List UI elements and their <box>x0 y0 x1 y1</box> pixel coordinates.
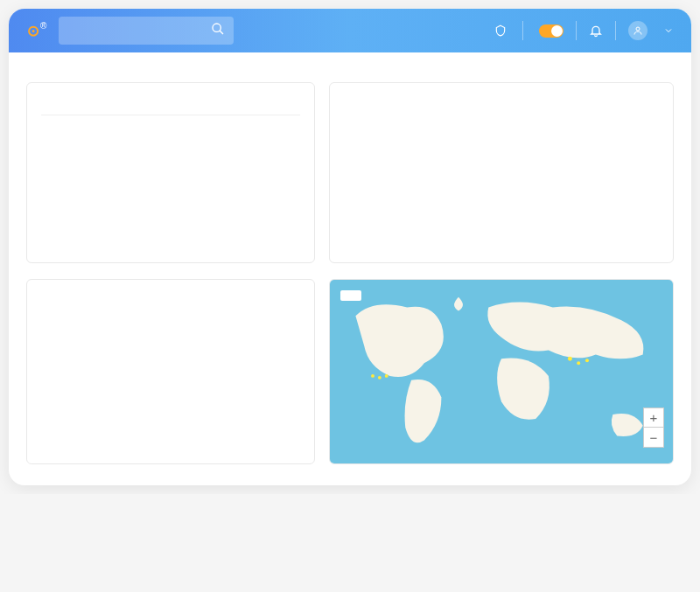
search-icon[interactable] <box>211 22 225 39</box>
svg-line-1 <box>220 31 223 34</box>
col-count <box>171 102 300 115</box>
svg-point-0 <box>213 24 220 31</box>
chevron-down-icon <box>663 25 674 36</box>
topbar: ⊙® <box>9 9 691 52</box>
topbar-right <box>494 21 674 40</box>
svg-point-7 <box>577 361 580 365</box>
svg-point-4 <box>378 376 382 380</box>
help-link[interactable] <box>494 24 510 37</box>
app-shell: ⊙® <box>9 9 691 485</box>
svg-point-8 <box>585 359 589 362</box>
zoom-out-button[interactable]: − <box>644 428 663 447</box>
live-map-card: + − <box>329 279 674 464</box>
search-input-wrapper[interactable] <box>59 17 234 45</box>
map[interactable]: + − <box>330 280 673 463</box>
keywords-card <box>26 279 315 464</box>
shield-icon <box>494 24 507 37</box>
avatar-icon <box>628 21 648 40</box>
toggle-switch-icon[interactable] <box>539 24 564 38</box>
content: + − <box>9 52 691 485</box>
mid-row <box>26 82 674 263</box>
top-queries-card <box>26 82 315 263</box>
top-queries-table <box>41 102 300 115</box>
search-input[interactable] <box>67 24 211 38</box>
wordcloud <box>41 299 300 435</box>
search-summary-card <box>329 82 674 263</box>
svg-point-3 <box>371 374 374 378</box>
darkmode-toggle[interactable] <box>536 24 564 37</box>
live-map-title <box>340 290 361 301</box>
world-map-svg <box>330 280 673 463</box>
user-menu[interactable] <box>628 21 674 40</box>
logo-o-icon: ⊙ <box>26 22 40 40</box>
notifications-button[interactable] <box>589 24 603 38</box>
svg-point-5 <box>385 374 388 378</box>
svg-point-6 <box>568 357 572 361</box>
logo: ⊙® <box>26 22 46 40</box>
search-summary-chart <box>344 102 659 238</box>
zoom-in-button[interactable]: + <box>644 408 663 428</box>
bottom-row: + − <box>26 279 674 464</box>
map-zoom-controls: + − <box>643 407 664 448</box>
col-query <box>41 102 171 115</box>
svg-point-2 <box>636 27 640 31</box>
bell-icon <box>589 24 603 38</box>
